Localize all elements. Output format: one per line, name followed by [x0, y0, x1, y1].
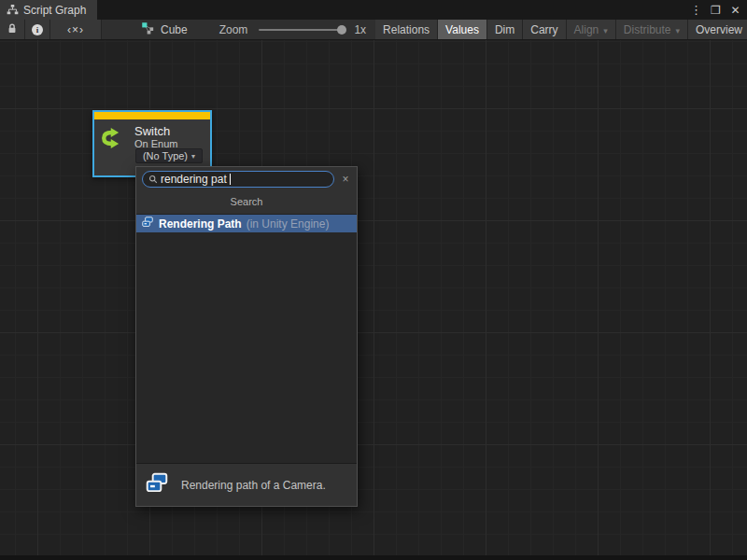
carry-button[interactable]: Carry — [523, 20, 566, 39]
zoom-slider[interactable] — [259, 29, 345, 31]
close-icon: ✕ — [730, 4, 740, 17]
lock-icon — [7, 22, 18, 37]
code-toggle-icon: ‹×› — [67, 23, 84, 36]
values-label: Values — [445, 23, 479, 36]
graph-name-label: Cube — [161, 23, 188, 36]
search-result-row[interactable]: Rendering Path (in Unity Engine) — [136, 215, 357, 232]
distribute-button: Distribute ▾ — [616, 20, 688, 39]
distribute-label: Distribute — [624, 23, 671, 36]
code-preview-toggle-button[interactable]: ‹×› — [50, 20, 102, 39]
result-detail-footer: Rendering path of a Camera. — [136, 463, 357, 506]
lock-button[interactable] — [0, 20, 25, 39]
enum-type-icon — [141, 216, 154, 231]
zoom-control: Zoom 1x — [210, 20, 375, 39]
graph-node-icon — [141, 21, 155, 38]
node-header-bar — [94, 112, 210, 119]
chevron-down-icon: ▾ — [191, 152, 195, 161]
search-query-text: rendering pat — [161, 173, 227, 186]
window-close-button[interactable]: ✕ — [727, 2, 743, 18]
zoom-label: Zoom — [219, 23, 248, 36]
maximize-icon: ❐ — [711, 4, 721, 17]
kebab-menu-icon: ⋮ — [690, 3, 702, 17]
window-menu-button[interactable]: ⋮ — [688, 2, 704, 18]
graph-toolbar: i ‹×› Cube Zoom 1x — [0, 20, 747, 40]
relations-button[interactable]: Relations — [375, 20, 438, 39]
search-input[interactable]: rendering pat — [142, 171, 334, 188]
dim-label: Dim — [495, 23, 514, 36]
overview-button[interactable]: Overview — [688, 20, 747, 39]
zoom-value: 1x — [354, 23, 366, 36]
close-icon: × — [342, 173, 348, 186]
window-controls: ⋮ ❐ ✕ — [688, 0, 743, 20]
result-name: Rendering Path — [159, 217, 242, 231]
switch-branch-icon — [100, 124, 128, 152]
align-label: Align — [574, 23, 599, 36]
graph-canvas[interactable]: Switch On Enum (No Type) ▾ — [0, 40, 747, 555]
node-title: Switch — [134, 124, 177, 138]
window-bottom-edge — [0, 555, 747, 560]
graph-context: Cube — [132, 20, 197, 39]
graph-hierarchy-icon — [7, 4, 19, 16]
window-maximize-button[interactable]: ❐ — [708, 2, 724, 18]
align-button: Align ▾ — [567, 20, 616, 39]
zoom-slider-thumb[interactable] — [337, 25, 346, 35]
overview-label: Overview — [696, 23, 742, 36]
script-graph-window: Script Graph ⋮ ❐ ✕ i ‹×› — [0, 0, 747, 560]
dim-button[interactable]: Dim — [487, 20, 523, 39]
search-section-header: Search — [136, 190, 357, 214]
fuzzy-finder-popup: rendering pat × Search Rendering Path — [135, 166, 358, 507]
tab-title: Script Graph — [23, 4, 86, 17]
result-context: (in Unity Engine) — [247, 217, 330, 231]
node-type-label: (No Type) — [143, 150, 188, 161]
result-description: Rendering path of a Camera. — [181, 479, 326, 492]
chevron-down-icon: ▾ — [675, 26, 680, 35]
carry-label: Carry — [530, 23, 557, 36]
tab-script-graph[interactable]: Script Graph — [0, 0, 97, 20]
search-results-list[interactable]: Rendering Path (in Unity Engine) — [136, 214, 357, 463]
popup-close-button[interactable]: × — [339, 173, 352, 186]
chevron-down-icon: ▾ — [603, 26, 608, 35]
tab-bar: Script Graph ⋮ ❐ ✕ — [0, 0, 747, 20]
info-icon: i — [32, 24, 43, 35]
text-caret — [230, 174, 231, 185]
enum-type-icon-large — [145, 471, 169, 499]
node-type-dropdown[interactable]: (No Type) ▾ — [135, 148, 203, 163]
relations-label: Relations — [383, 23, 430, 36]
info-button[interactable]: i — [25, 20, 50, 39]
values-button[interactable]: Values — [438, 20, 487, 39]
search-icon — [148, 171, 158, 188]
